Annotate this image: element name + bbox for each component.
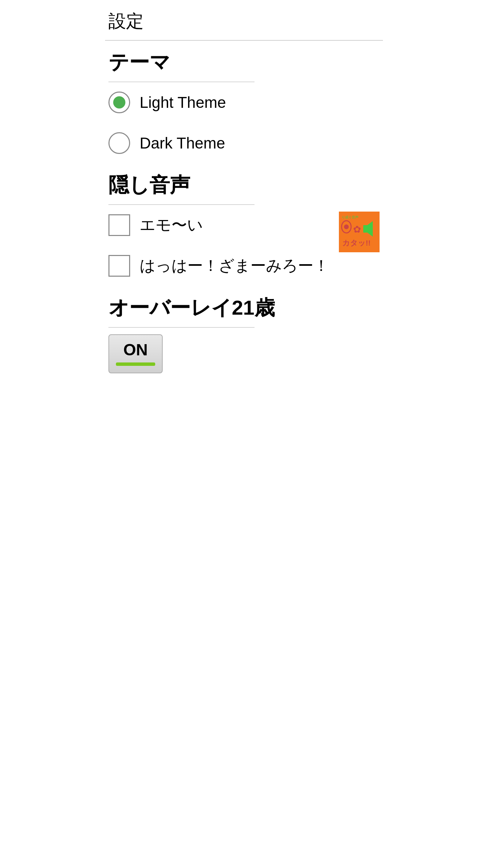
radio-label-dark: Dark Theme xyxy=(140,134,225,152)
checkbox-box-emoi xyxy=(108,214,130,236)
theme-section-header: テーマ xyxy=(105,41,383,82)
on-button-bar xyxy=(116,362,155,366)
overlay-section: オーバーレイ21歳 ON xyxy=(105,286,383,380)
checkbox-label-emoi: エモ〜い xyxy=(140,215,203,236)
svg-text:り成り音声: り成り音声 xyxy=(342,215,359,219)
hidden-voice-section-header: 隠し音声 xyxy=(105,163,383,204)
checkbox-hahha[interactable]: はっはー！ざまーみろー！ xyxy=(105,245,383,286)
overlay-section-divider xyxy=(108,327,255,328)
page-title: 設定 xyxy=(105,0,383,40)
on-button-label: ON xyxy=(116,340,155,359)
checkbox-emoi[interactable]: エモ〜い り成り音声 ✿ カタッ!! xyxy=(105,205,383,245)
radio-label-light: Light Theme xyxy=(140,93,226,112)
on-button[interactable]: ON xyxy=(108,334,163,373)
svg-text:✿: ✿ xyxy=(353,224,361,235)
checkbox-label-hahha: はっはー！ざまーみろー！ xyxy=(140,255,329,276)
radio-circle-dark xyxy=(108,132,130,154)
radio-light-theme[interactable]: Light Theme xyxy=(105,82,383,123)
radio-dot-light xyxy=(113,96,125,108)
svg-rect-5 xyxy=(363,225,367,233)
radio-dark-theme[interactable]: Dark Theme xyxy=(105,123,383,163)
theme-section: テーマ Light Theme Dark Theme xyxy=(105,41,383,163)
overlay-section-header: オーバーレイ21歳 xyxy=(105,286,383,327)
hidden-voice-section: 隠し音声 エモ〜い り成り音声 ✿ カタッ!! xyxy=(105,163,383,286)
svg-point-3 xyxy=(344,224,349,229)
radio-circle-light xyxy=(108,92,130,113)
checkbox-box-hahha xyxy=(108,255,130,277)
